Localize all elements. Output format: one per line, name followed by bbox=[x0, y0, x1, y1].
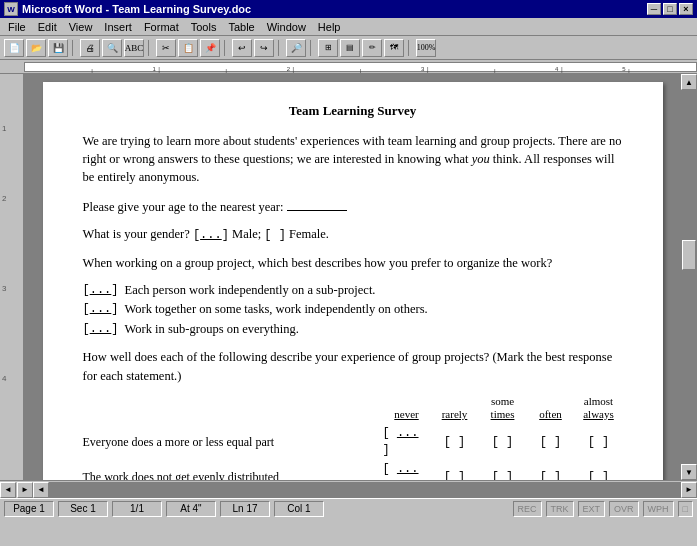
gender-line: What is your gender? [...] Male; [ ] Fem… bbox=[83, 226, 623, 244]
open-button[interactable]: 📂 bbox=[26, 39, 46, 57]
zoom-button[interactable]: 100% bbox=[416, 39, 436, 57]
work-question: When working on a group project, which b… bbox=[83, 254, 623, 272]
status-page-of: 1/1 bbox=[112, 501, 162, 517]
gender-label: What is your gender? bbox=[83, 227, 193, 241]
status-trk: TRK bbox=[546, 501, 574, 517]
undo-button[interactable]: ↩ bbox=[232, 39, 252, 57]
maximize-button[interactable]: □ bbox=[663, 3, 677, 15]
rating-row-2-always: [ ] bbox=[575, 461, 623, 480]
find-button[interactable]: 🔎 bbox=[286, 39, 306, 57]
copy-button[interactable]: 📋 bbox=[178, 39, 198, 57]
hscroll-right-button[interactable]: ► bbox=[681, 482, 697, 498]
work-option-1-bracket: [...] bbox=[83, 282, 119, 299]
ruler: 1 2 3 4 5 bbox=[0, 60, 697, 74]
rating-row-1: Everyone does a more or less equal part … bbox=[83, 425, 623, 459]
menu-help[interactable]: Help bbox=[312, 20, 347, 34]
rating-col-always-label: always bbox=[575, 408, 623, 421]
scroll-thumb[interactable] bbox=[682, 240, 696, 270]
scroll-up-button[interactable]: ▲ bbox=[681, 74, 697, 90]
rating-row-2-sometimes: [ ] bbox=[479, 461, 527, 480]
gender-female-bracket: [ ] bbox=[264, 228, 286, 242]
status-wpb: WPH bbox=[643, 501, 674, 517]
work-option-1: [...] Each person work independently on … bbox=[83, 282, 623, 300]
status-col: Col 1 bbox=[274, 501, 324, 517]
status-ext: EXT bbox=[578, 501, 606, 517]
hscroll-left-button[interactable]: ◄ bbox=[33, 482, 49, 498]
docmap-button[interactable]: 🗺 bbox=[384, 39, 404, 57]
menu-format[interactable]: Format bbox=[138, 20, 185, 34]
print-button[interactable]: 🖨 bbox=[80, 39, 100, 57]
rating-col-often-line1 bbox=[527, 395, 575, 408]
page-nav: ◄ ► bbox=[0, 482, 33, 498]
rating-col-rarely-line1 bbox=[431, 395, 479, 408]
menu-window[interactable]: Window bbox=[261, 20, 312, 34]
rating-row-2-never: [ ... ] bbox=[383, 461, 431, 480]
scroll-down-button[interactable]: ▼ bbox=[681, 464, 697, 480]
age-label: Please give your age to the nearest year… bbox=[83, 199, 284, 217]
age-line: Please give your age to the nearest year… bbox=[83, 197, 623, 217]
rating-question: How well does each of the following desc… bbox=[83, 348, 623, 384]
rating-col-never: never bbox=[383, 395, 431, 421]
margin-num-2: 2 bbox=[2, 194, 6, 203]
rating-col-never-label: never bbox=[383, 408, 431, 421]
title-bar: W Microsoft Word - Team Learning Survey.… bbox=[0, 0, 697, 18]
menu-edit[interactable]: Edit bbox=[32, 20, 63, 34]
rating-col-always: almost always bbox=[575, 395, 623, 421]
document-page: Team Learning Survey We are trying to le… bbox=[43, 82, 663, 480]
rating-row-2-often: [ ] bbox=[527, 461, 575, 480]
status-rec: REC bbox=[513, 501, 542, 517]
menu-tools[interactable]: Tools bbox=[185, 20, 223, 34]
status-ovr: OVR bbox=[609, 501, 639, 517]
table-button[interactable]: ⊞ bbox=[318, 39, 338, 57]
margin-num-1: 1 bbox=[2, 124, 6, 133]
menu-file[interactable]: File bbox=[2, 20, 32, 34]
preview-button[interactable]: 🔍 bbox=[102, 39, 122, 57]
main-area: 1 2 3 4 Team Learning Survey We are tryi… bbox=[0, 74, 697, 480]
gender-male-bracket: [...] bbox=[193, 228, 229, 242]
work-option-3-bracket: [...] bbox=[83, 321, 119, 338]
toolbar-sep-2 bbox=[148, 40, 152, 56]
age-input-blank bbox=[287, 197, 347, 211]
minimize-button[interactable]: ─ bbox=[647, 3, 661, 15]
close-button[interactable]: × bbox=[679, 3, 693, 15]
redo-button[interactable]: ↪ bbox=[254, 39, 274, 57]
rating-headers: never rarely some times often bbox=[83, 395, 623, 421]
status-at: At 4" bbox=[166, 501, 216, 517]
work-option-1-label: Each person work independently on a sub-… bbox=[125, 282, 376, 300]
page-prev-button[interactable]: ◄ bbox=[0, 482, 16, 498]
svg-text:1: 1 bbox=[152, 66, 156, 72]
intro-paragraph: We are trying to learn more about studen… bbox=[83, 132, 623, 186]
page-next-button[interactable]: ► bbox=[17, 482, 33, 498]
rating-row-1-sometimes: [ ] bbox=[479, 425, 527, 459]
ruler-inner: 1 2 3 4 5 bbox=[24, 62, 697, 72]
paste-button[interactable]: 📌 bbox=[200, 39, 220, 57]
document-area: Team Learning Survey We are trying to le… bbox=[24, 74, 681, 480]
rating-col-sometimes: some times bbox=[479, 395, 527, 421]
status-mode: □ bbox=[678, 501, 693, 517]
status-ln: Ln 17 bbox=[220, 501, 270, 517]
rating-col-rarely-label: rarely bbox=[431, 408, 479, 421]
spell-button[interactable]: ABC bbox=[124, 39, 144, 57]
new-button[interactable]: 📄 bbox=[4, 39, 24, 57]
work-option-3-label: Work in sub-groups on everything. bbox=[125, 321, 299, 339]
rating-row-1-label: Everyone does a more or less equal part bbox=[83, 434, 383, 451]
window-title: Microsoft Word - Team Learning Survey.do… bbox=[22, 3, 251, 15]
save-button[interactable]: 💾 bbox=[48, 39, 68, 57]
columns-button[interactable]: ▤ bbox=[340, 39, 360, 57]
scroll-track[interactable] bbox=[681, 90, 697, 464]
rating-col-sometimes-label: times bbox=[479, 408, 527, 421]
cut-button[interactable]: ✂ bbox=[156, 39, 176, 57]
status-bar: Page 1 Sec 1 1/1 At 4" Ln 17 Col 1 REC T… bbox=[0, 498, 697, 518]
rating-row-1-often: [ ] bbox=[527, 425, 575, 459]
hscroll-track[interactable] bbox=[49, 482, 681, 498]
status-page: Page 1 bbox=[4, 501, 54, 517]
menu-view[interactable]: View bbox=[63, 20, 99, 34]
work-option-3: [...] Work in sub-groups on everything. bbox=[83, 321, 623, 339]
rating-row-1-never: [ ... ] bbox=[383, 425, 431, 459]
menu-table[interactable]: Table bbox=[222, 20, 260, 34]
menu-insert[interactable]: Insert bbox=[98, 20, 138, 34]
rating-row-1-boxes: [ ... ] [ ] [ ] [ ] [ ] bbox=[383, 425, 623, 459]
status-sec: Sec 1 bbox=[58, 501, 108, 517]
work-option-2-label: Work together on some tasks, work indepe… bbox=[125, 301, 428, 319]
drawing-button[interactable]: ✏ bbox=[362, 39, 382, 57]
